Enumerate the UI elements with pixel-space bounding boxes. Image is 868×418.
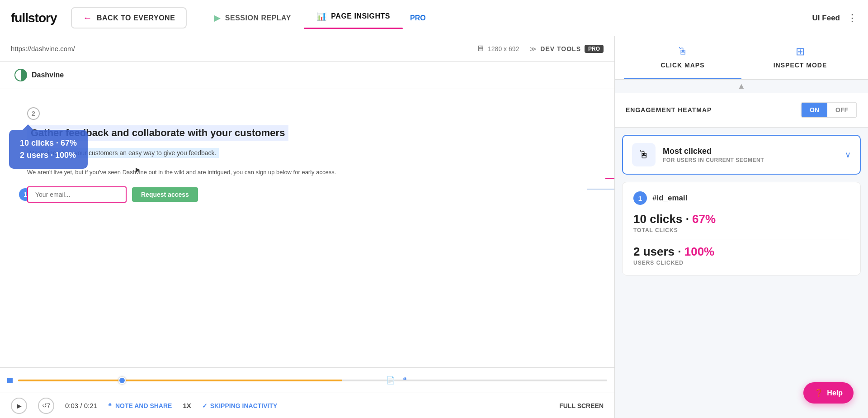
inspect-mode-label: INSPECT MODE [774,62,827,69]
bottom-controls: ▶ ↺7 0:03 / 0:21 ❝ NOTE AND SHARE 1X ✓ S… [0,393,614,418]
timeline-playhead[interactable] [118,377,126,384]
timeline-start-dot [7,378,13,383]
skip-inactivity-label: SKIPPING INACTIVITY [210,402,278,409]
time-separator: / [80,402,84,409]
panel-caret: ▲ [615,80,868,93]
most-clicked-icon: 🖱 [632,143,656,166]
check-icon: ✓ [202,402,208,409]
back-label: BACK TO EVERYONE [97,14,175,22]
note-share-label: NOTE AND SHARE [115,402,172,409]
page-insights-underline [304,28,403,29]
pink-line-vertical [587,189,614,190]
click-maps-label: CLICK MAPS [660,62,704,69]
back-to-everyone-button[interactable]: ← BACK TO EVERYONE [71,7,187,28]
current-time: 0:03 [65,402,78,409]
page-insights-icon: 📊 [316,11,327,21]
nav-right: UI Feed ⋮ [812,12,857,24]
timeline-doc-icon: 📄 [386,376,395,385]
more-options-icon[interactable]: ⋮ [847,12,857,24]
result-header: 1 #id_email [633,191,849,205]
full-screen-button[interactable]: FULL SCREEN [559,402,604,409]
page-insights-label: PAGE INSIGHTS [331,12,390,20]
play-icon: ▶ [214,13,221,23]
engagement-heatmap-section: ENGAGEMENT HEATMAP ON OFF [615,93,868,128]
result-clicks-pct: 67% [692,212,716,226]
playback-speed[interactable]: 1X [183,402,191,409]
click-maps-icon: 🖱 [677,45,688,58]
most-clicked-icon-wrapper: 🖱 [632,143,656,166]
email-input[interactable] [27,186,127,203]
result-number: 1 [633,191,647,205]
skip-inactivity-button[interactable]: ✓ SKIPPING INACTIVITY [202,402,278,409]
right-tabs: 🖱 CLICK MAPS ⊞ INSPECT MODE [615,36,868,80]
page-insights-nav-wrapper: 📊 PAGE INSIGHTS [304,7,403,29]
chevron-right-icon: ≫ [530,45,537,52]
time-display: 0:03 / 0:21 [65,402,97,409]
pro-badge: PRO [410,14,426,22]
play-button[interactable]: ▶ [11,398,27,414]
engagement-label: ENGAGEMENT HEATMAP [626,106,793,114]
ui-feed-label: UI Feed [812,14,840,23]
result-clicks-value: 10 clicks · 67% [633,212,849,226]
help-icon: ❓ [814,389,823,397]
help-label: Help [827,389,843,397]
result-users-pct: 100% [684,245,715,258]
site-header: Dashvine [0,62,614,89]
toggle-group: ON OFF [801,102,857,118]
tab-click-maps[interactable]: 🖱 CLICK MAPS [624,36,741,79]
left-panel: https://dashvine.com/ 🖥 1280 x 692 ≫ DEV… [0,36,615,418]
result-element-id: #id_email [652,194,688,203]
page-frame: Dashvine 2 Gather feedback and collabora… [0,62,614,367]
page-content: 2 Gather feedback and collaborate with y… [0,89,614,221]
result-clicks-label: TOTAL CLICKS [633,227,849,233]
monitor-icon: 🖥 [476,44,484,53]
email-input-wrapper [27,186,127,203]
chevron-down-icon: ∨ [845,150,851,160]
result-users-value: 2 users · 100% [633,245,849,259]
page-body-text: We aren't live yet, but if you've seen D… [27,168,587,177]
main-area: https://dashvine.com/ 🖥 1280 x 692 ≫ DEV… [0,36,868,418]
help-button[interactable]: ❓ Help [803,382,854,404]
dev-tools-label: DEV TOOLS [540,45,581,52]
result-divider [633,239,849,239]
replay-button[interactable]: ↺7 [38,398,54,414]
timeline-track[interactable]: 📄 ❝ [18,380,607,381]
result-item: 1 #id_email 10 clicks · 67% TOTAL CLICKS… [622,182,861,276]
right-panel: 🖱 CLICK MAPS ⊞ INSPECT MODE ▲ ENGAGEMENT… [615,36,868,418]
form-row: 1 Request access [27,186,587,203]
timeline-progress [18,380,342,381]
browser-content: Dashvine 2 Gather feedback and collabora… [0,62,614,367]
most-clicked-card[interactable]: 🖱 Most clicked FOR USERS IN CURRENT SEGM… [622,135,861,175]
site-name: Dashvine [32,71,64,79]
total-time: 0:21 [84,402,97,409]
most-clicked-text: Most clicked FOR USERS IN CURRENT SEGMEN… [663,147,838,163]
dev-tools-wrapper: ≫ DEV TOOLS PRO [530,45,604,53]
step-number: 2 [27,107,40,120]
session-replay-label: SESSION REPLAY [225,14,291,22]
page-insights-nav[interactable]: 📊 PAGE INSIGHTS [304,7,403,26]
pink-line-horizontal [605,178,614,179]
url-display: https://dashvine.com/ [11,45,465,52]
screen-size: 🖥 1280 x 692 [476,44,519,53]
back-arrow-icon: ← [83,13,92,23]
note-and-share-button[interactable]: ❝ NOTE AND SHARE [108,402,172,409]
toggle-on-button[interactable]: ON [802,103,827,117]
tab-inspect-mode[interactable]: ⊞ INSPECT MODE [741,36,859,79]
timeline-bar: 📄 ❝ [0,367,614,393]
screen-size-value: 1280 x 692 [488,45,519,52]
result-users-label: USERS CLICKED [633,260,849,266]
caret-up-icon: ▲ [737,81,745,91]
address-bar: https://dashvine.com/ 🖥 1280 x 692 ≫ DEV… [0,36,614,62]
timeline-quote-icon: ❝ [403,376,407,385]
fullstory-logo: fullstory [11,11,57,25]
toggle-off-button[interactable]: OFF [827,103,856,117]
most-clicked-title: Most clicked [663,147,838,156]
page-heading: Gather feedback and collaborate with you… [27,125,288,141]
page-subtext: Dashvine gives your customers an easy wa… [27,148,219,158]
top-nav: fullstory ← BACK TO EVERYONE ▶ SESSION R… [0,0,868,36]
site-logo-icon [14,69,27,81]
session-replay-nav[interactable]: ▶ SESSION REPLAY [201,9,304,28]
dev-tools-pro-badge: PRO [585,45,604,53]
request-access-button[interactable]: Request access [132,187,198,202]
most-clicked-sub: FOR USERS IN CURRENT SEGMENT [663,157,838,163]
